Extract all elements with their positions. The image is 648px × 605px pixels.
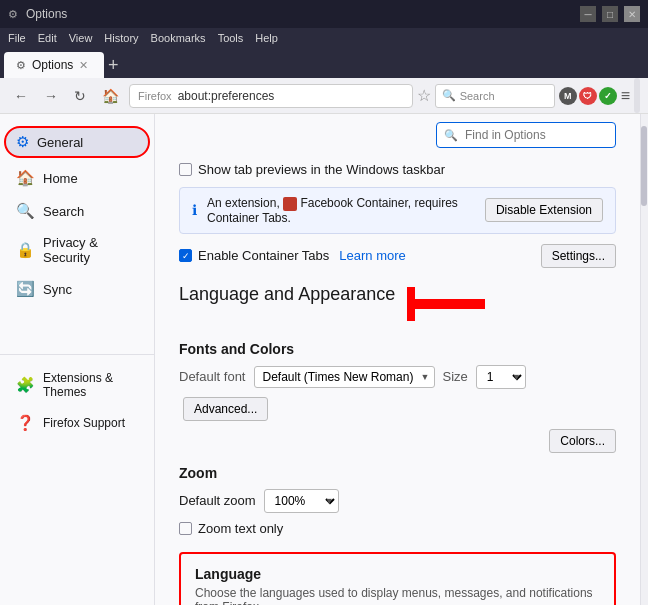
scrollbar-thumb[interactable] [641,126,647,206]
back-button[interactable]: ← [8,84,34,108]
support-icon: ❓ [16,414,35,432]
menu-help[interactable]: Help [255,32,278,44]
sidebar-item-general[interactable]: ⚙ General [4,126,150,158]
learn-more-link[interactable]: Learn more [339,248,405,263]
language-section: Language Choose the languages used to di… [179,552,616,605]
red-arrow-icon [407,287,487,321]
minimize-button[interactable]: ─ [580,6,596,22]
show-tab-previews-text: Show tab previews in the Windows taskbar [198,162,445,177]
extension-icon[interactable]: 🛡 [579,87,597,105]
container-tabs-checkbox[interactable] [179,249,192,262]
colors-row: Colors... [179,429,616,453]
lock-icon: 🔒 [16,241,35,259]
zoom-row: Default zoom 100% [179,489,616,513]
sidebar-item-home-label: Home [43,171,78,186]
zoom-text-only-checkbox[interactable] [179,522,192,535]
container-tabs-row: Enable Container Tabs Learn more Setting… [179,244,616,268]
font-select-wrapper: Default (Times New Roman) [254,366,435,388]
sidebar-item-search-label: Search [43,204,84,219]
menu-tools[interactable]: Tools [218,32,244,44]
show-tab-previews-checkbox[interactable] [179,163,192,176]
sidebar-bottom: 🧩 Extensions & Themes ❓ Firefox Support [0,354,154,439]
sidebar-item-general-label: General [37,135,83,150]
extension-notice: ℹ An extension, Facebook Container, requ… [179,187,616,234]
menu-edit[interactable]: Edit [38,32,57,44]
zoom-title: Zoom [179,465,616,481]
address-browser-label: Firefox [138,90,172,102]
menu-file[interactable]: File [8,32,26,44]
search-icon: 🔍 [442,89,456,102]
sidebar: ⚙ General 🏠 Home 🔍 Search 🔒 Privacy & Se… [0,114,155,605]
address-bar[interactable]: Firefox about:preferences [129,84,413,108]
disable-extension-button[interactable]: Disable Extension [485,198,603,222]
zoom-select[interactable]: 100% [264,489,339,513]
menu-view[interactable]: View [69,32,93,44]
sidebar-item-support-label: Firefox Support [43,416,125,430]
nav-icons: M 🛡 ✓ [559,87,617,105]
zoom-text-only-row: Zoom text only [179,521,616,536]
container-settings-button[interactable]: Settings... [541,244,616,268]
sync-icon: 🔄 [16,280,35,298]
section-header: Language and Appearance [179,284,616,325]
main-layout: ⚙ General 🏠 Home 🔍 Search 🔒 Privacy & Se… [0,114,648,605]
language-appearance-section: Language and Appearance Fonts and Colors… [179,284,616,605]
menu-hamburger-icon[interactable]: ≡ [621,87,630,105]
titlebar-title: Options [26,7,67,21]
sidebar-item-home[interactable]: 🏠 Home [4,162,150,194]
font-row: Default font Default (Times New Roman) S… [179,365,616,421]
new-tab-button[interactable]: + [108,56,119,78]
profile-icon[interactable]: M [559,87,577,105]
zoom-select-wrapper: 100% [264,489,339,513]
content-area: 🔍 Show tab previews in the Windows taskb… [155,114,640,605]
size-select-wrapper: 16 [476,365,526,389]
show-tab-previews-label[interactable]: Show tab previews in the Windows taskbar [179,162,616,177]
menu-history[interactable]: History [104,32,138,44]
find-wrapper: 🔍 [436,122,616,148]
sidebar-item-extensions[interactable]: 🧩 Extensions & Themes [4,364,150,406]
facebook-container-icon [283,197,297,211]
bookmark-star-icon[interactable]: ☆ [417,86,431,105]
home-button[interactable]: 🏠 [96,84,125,108]
titlebar: ⚙ Options ─ □ ✕ [0,0,648,28]
section-title: Language and Appearance [179,284,395,311]
default-zoom-label: Default zoom [179,493,256,508]
info-icon: ℹ [192,202,197,218]
forward-button[interactable]: → [38,84,64,108]
tab-close-button[interactable]: ✕ [79,59,88,72]
size-select[interactable]: 16 [476,365,526,389]
search-placeholder: Search [460,90,495,102]
find-icon: 🔍 [444,129,458,142]
tab-previews-row: Show tab previews in the Windows taskbar [179,162,616,177]
sidebar-item-support[interactable]: ❓ Firefox Support [4,407,150,439]
scrollbar-track [634,78,640,113]
colors-button[interactable]: Colors... [549,429,616,453]
sync-icon[interactable]: ✓ [599,87,617,105]
window-controls: ─ □ ✕ [580,6,640,22]
options-tab[interactable]: ⚙ Options ✕ [4,52,104,78]
address-text: about:preferences [178,89,275,103]
maximize-button[interactable]: □ [602,6,618,22]
search-icon: 🔍 [16,202,35,220]
navbar: ← → ↻ 🏠 Firefox about:preferences ☆ 🔍 Se… [0,78,648,114]
sidebar-item-sync[interactable]: 🔄 Sync [4,273,150,305]
tab-label: Options [32,58,73,72]
sidebar-item-search[interactable]: 🔍 Search [4,195,150,227]
sidebar-item-sync-label: Sync [43,282,72,297]
sidebar-item-privacy[interactable]: 🔒 Privacy & Security [4,228,150,272]
find-input[interactable] [436,122,616,148]
zoom-text-only-text: Zoom text only [198,521,283,536]
gear-icon: ⚙ [16,133,29,151]
font-select[interactable]: Default (Times New Roman) [254,366,435,388]
close-button[interactable]: ✕ [624,6,640,22]
sidebar-item-extensions-label: Extensions & Themes [43,371,138,399]
enable-container-tabs-label[interactable]: Enable Container Tabs [179,248,329,263]
nav-search-box[interactable]: 🔍 Search [435,84,555,108]
advanced-button[interactable]: Advanced... [183,397,268,421]
size-label: Size [443,369,468,384]
zoom-text-only-label[interactable]: Zoom text only [179,521,616,536]
scrollbar [640,114,648,605]
fonts-colors-title: Fonts and Colors [179,341,616,357]
reload-button[interactable]: ↻ [68,84,92,108]
menu-bookmarks[interactable]: Bookmarks [151,32,206,44]
sidebar-item-privacy-label: Privacy & Security [43,235,138,265]
